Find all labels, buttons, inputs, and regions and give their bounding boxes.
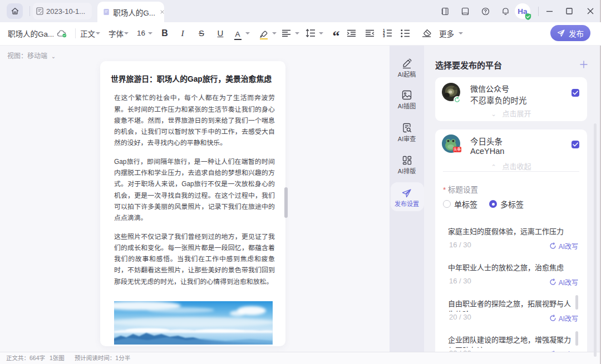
svg-text:3: 3 [383,34,385,37]
